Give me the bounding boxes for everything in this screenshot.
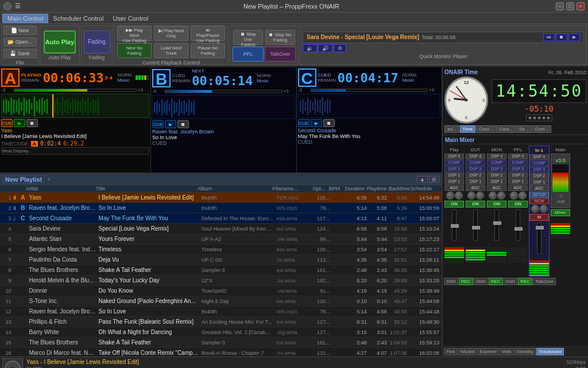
deck-b-cue-btn[interactable]: CUE bbox=[152, 120, 164, 128]
col-header-duration[interactable]: Duration bbox=[344, 186, 366, 191]
play-next-only-button[interactable]: ▶| Play NextOnly bbox=[154, 26, 188, 41]
table-row[interactable]: 5 Atlantic Starr Yours Forever UP A-A2 .… bbox=[0, 234, 442, 244]
stop-use-fading-button[interactable]: ⏹ Stop Use Fading bbox=[233, 30, 263, 45]
explorer-btn[interactable]: Explorer bbox=[477, 348, 499, 355]
col-header-schedule[interactable]: Schedule bbox=[409, 186, 440, 191]
deck-b-play-btn[interactable]: ▶ bbox=[165, 120, 176, 128]
mixer-agc-out[interactable]: AGC bbox=[466, 185, 485, 191]
col-header-bpm-opt[interactable]: Opt... bbox=[311, 186, 327, 191]
pfl-button[interactable]: PFL bbox=[233, 47, 264, 62]
new-button[interactable]: 📄 New bbox=[3, 26, 37, 35]
mixer-dsp4-pfl[interactable]: DSP 4 bbox=[508, 154, 528, 159]
mixer-gain-knob-play[interactable] bbox=[455, 191, 463, 200]
qm-btn2[interactable]: ⏹ bbox=[556, 33, 567, 41]
web-btn[interactable]: Web bbox=[500, 348, 513, 355]
load-next-button[interactable]: Load Next Track bbox=[154, 43, 188, 58]
mixer-setup-in1[interactable]: SETUP bbox=[529, 192, 549, 198]
mixer-fader-thumb-mon[interactable] bbox=[493, 221, 501, 225]
table-row[interactable]: 1 ⏸ A Yass I Believe [Jamie Lewis Revisi… bbox=[0, 193, 442, 203]
mixer-pan-knob-mon[interactable] bbox=[489, 191, 497, 200]
col-header-bpm[interactable]: BPM bbox=[328, 186, 344, 191]
rec-btn[interactable]: REC bbox=[459, 278, 473, 285]
mixer-dsp2-play[interactable]: DSP 2 bbox=[444, 172, 464, 178]
play-pause-button[interactable]: ⏯ Play/PauseUse Fading bbox=[191, 26, 225, 41]
mixer-dsp2-out[interactable]: DSP 2 bbox=[466, 172, 485, 178]
mixer-on-out[interactable]: ON bbox=[466, 201, 485, 208]
mixer-agc-in1[interactable]: AGC bbox=[529, 186, 549, 191]
mixer-dsp2-in1[interactable]: DSP 2 bbox=[529, 173, 549, 179]
mixer-main-on[interactable]: Mixer bbox=[551, 209, 570, 216]
mixer-fader-out[interactable] bbox=[473, 209, 478, 241]
table-row[interactable]: 13 Phillips & Fitch Pass The Funk [Balea… bbox=[0, 317, 442, 327]
win-menu-file[interactable]: ☰ bbox=[13, 2, 22, 10]
table-row[interactable]: 4 Sara Devine Special [Louie Vega Remix]… bbox=[0, 224, 442, 234]
mixer-dsp4-in1[interactable]: DSP 4 bbox=[529, 154, 549, 160]
menu-scheduler-control[interactable]: Scheduler Control bbox=[48, 14, 108, 22]
clock-tab-ad[interactable]: ad... bbox=[444, 125, 459, 133]
col-header-file[interactable]: Filename... bbox=[271, 186, 311, 191]
mixer-dsp1-pfl[interactable]: DSP 1 bbox=[508, 179, 528, 185]
mixer-fader-thumb-play[interactable] bbox=[451, 224, 459, 228]
mixer-dsp1-out[interactable]: DSP 1 bbox=[466, 179, 485, 185]
deck-a-play-btn[interactable]: ▶ bbox=[14, 119, 25, 127]
deck-c-stop-btn[interactable]: ⏹ bbox=[323, 119, 335, 127]
autoplay-button[interactable]: Auto Play bbox=[44, 30, 76, 53]
mixer-dsp4-out[interactable]: DSP 4 bbox=[466, 154, 485, 159]
clock-tab-cont[interactable]: Cont... bbox=[532, 125, 552, 133]
mixer-dsp3-mon[interactable]: DSP 3 bbox=[487, 166, 506, 172]
clock-tab-time[interactable]: Time bbox=[460, 125, 475, 133]
col-header-title[interactable]: Title bbox=[95, 186, 196, 191]
minimize-button[interactable]: − bbox=[556, 2, 564, 10]
mixer-pan-knob-in1[interactable] bbox=[531, 205, 539, 213]
qm-btn3[interactable]: ▶ bbox=[568, 33, 580, 41]
col-header-playtime[interactable]: Playtime bbox=[366, 186, 388, 191]
deck-c-play-btn[interactable]: ▶ bbox=[311, 119, 322, 127]
table-row[interactable]: 8 The Blues Brothers Shake A Tail Feathe… bbox=[0, 265, 442, 275]
col-header-deck[interactable] bbox=[13, 186, 25, 191]
mixer-gain-knob-pfl[interactable] bbox=[519, 191, 527, 200]
mixer-on-mon[interactable]: ON bbox=[487, 201, 506, 208]
talkboard-btn[interactable]: TalkOver bbox=[533, 278, 556, 285]
qm-settings[interactable]: ⚙ bbox=[334, 44, 346, 52]
save-button[interactable]: 💾 Save bbox=[3, 49, 37, 58]
mixer-gain-knob-mon[interactable] bbox=[497, 191, 505, 200]
pause-no-fading-button[interactable]: Pause No Fading bbox=[191, 43, 225, 58]
table-row[interactable]: 14 Barry White Oh What a Night for Danci… bbox=[0, 327, 442, 338]
deck-b-stop-btn[interactable]: ⏹ bbox=[177, 120, 189, 128]
close-button[interactable]: × bbox=[577, 2, 585, 10]
clock-tab-str[interactable]: Str... bbox=[516, 125, 531, 133]
maximize-button[interactable]: □ bbox=[566, 2, 574, 10]
deck-a-stop-btn[interactable]: ⏹ bbox=[26, 119, 38, 127]
mixer-rcm-in1[interactable]: RCM bbox=[529, 198, 549, 204]
mixer-dsp3-in1[interactable]: DSP 3 bbox=[529, 167, 549, 172]
rec-btn3[interactable]: REC bbox=[518, 278, 532, 285]
mixer-dsp3-pfl[interactable]: DSP 3 bbox=[508, 166, 528, 172]
mixer-agc-play[interactable]: AGC bbox=[444, 185, 464, 191]
qm-btn1[interactable]: ⏮ bbox=[543, 33, 555, 41]
mixer-m-in1[interactable]: M bbox=[529, 214, 549, 221]
table-row[interactable]: 9 Herold Melvin & the Blue Notes Today's… bbox=[0, 275, 442, 286]
mixer-dsp4-play[interactable]: DSP 4 bbox=[444, 154, 464, 159]
mixer-fader-thumb-in1[interactable] bbox=[536, 226, 544, 229]
mixer-dsp1-mon[interactable]: DSP 1 bbox=[487, 179, 506, 185]
play-next-button[interactable]: ▶▶ Play NextUse Fading bbox=[117, 26, 152, 41]
clock-tab-card1[interactable]: Card... bbox=[476, 125, 496, 133]
col-header-backtime[interactable]: Backtime bbox=[388, 186, 409, 191]
clock-tab-card2[interactable]: Card... bbox=[496, 125, 516, 133]
mixer-fader-mon[interactable] bbox=[494, 209, 499, 241]
mixer-comp-out[interactable]: COMP bbox=[466, 160, 485, 166]
mixer-gain-knob-in1[interactable] bbox=[540, 205, 548, 213]
col-header-artist[interactable]: Artist bbox=[25, 186, 95, 191]
table-row[interactable]: 16 Marco Di Marco feat. Nathan Haines Ta… bbox=[0, 348, 442, 356]
table-row[interactable]: 7 Paulinho Da Costa Deja Vu UP C-D0 Vu.w… bbox=[0, 255, 442, 265]
playlist-rows[interactable]: 1 ⏸ A Yass I Believe [Jamie Lewis Revisi… bbox=[0, 193, 442, 356]
mixer-comp-mon[interactable]: COMP bbox=[487, 160, 506, 166]
deck-c-cue-btn[interactable]: CUE bbox=[298, 119, 310, 127]
open-button[interactable]: 📂 Open... bbox=[3, 37, 37, 47]
stop-no-fading-button[interactable]: ⏹ Stop No Fading bbox=[265, 30, 295, 45]
mixer-agc-pfl[interactable]: AGC bbox=[508, 185, 528, 191]
mixer-fader-in1[interactable] bbox=[537, 223, 541, 254]
table-row[interactable]: 12 Raven feat. Jocelyn Brown So In Love … bbox=[0, 306, 442, 317]
pl-sort-btn[interactable]: ▲ bbox=[417, 176, 428, 183]
table-row[interactable]: 15 The Blues Brothers Shake A Tail Feath… bbox=[0, 338, 442, 348]
